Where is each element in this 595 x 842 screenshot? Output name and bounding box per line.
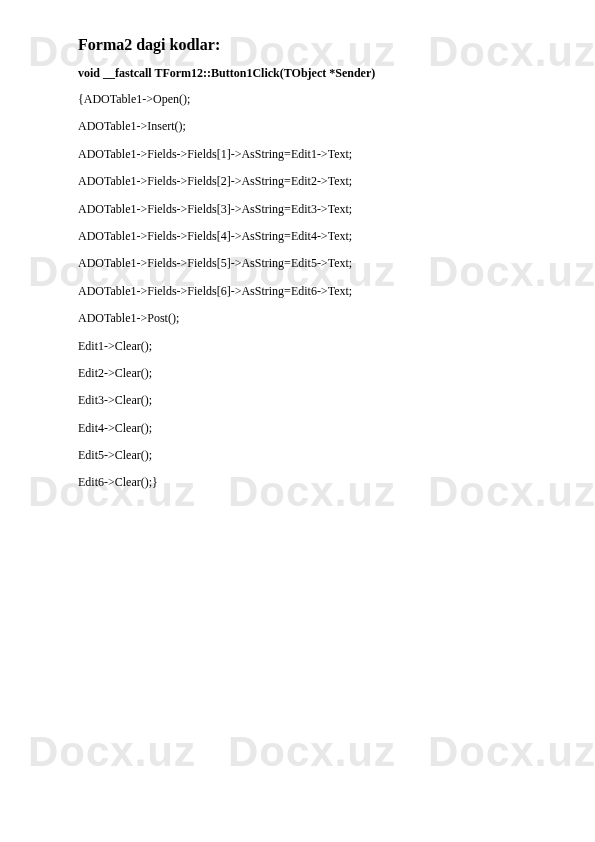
code-line: ADOTable1->Post(); [78, 310, 517, 327]
code-line: Edit4->Clear(); [78, 420, 517, 437]
watermark: Docx.uz [228, 728, 396, 776]
code-line: ADOTable1->Fields->Fields[5]->AsString=E… [78, 255, 517, 272]
watermark: Docx.uz [428, 728, 595, 776]
code-line: ADOTable1->Insert(); [78, 118, 517, 135]
code-line: ADOTable1->Fields->Fields[6]->AsString=E… [78, 283, 517, 300]
code-line: ADOTable1->Fields->Fields[4]->AsString=E… [78, 228, 517, 245]
code-line: ADOTable1->Fields->Fields[3]->AsString=E… [78, 201, 517, 218]
section-heading: Forma2 dagi kodlar: [78, 36, 517, 54]
code-line: ADOTable1->Fields->Fields[2]->AsString=E… [78, 173, 517, 190]
code-line: Edit5->Clear(); [78, 447, 517, 464]
code-line: Edit1->Clear(); [78, 338, 517, 355]
function-signature: void __fastcall TForm12::Button1Click(TO… [78, 66, 517, 81]
code-line: Edit2->Clear(); [78, 365, 517, 382]
code-line: Edit3->Clear(); [78, 392, 517, 409]
document-body: Forma2 dagi kodlar: void __fastcall TFor… [0, 0, 595, 492]
code-line: Edit6->Clear();} [78, 474, 517, 491]
watermark: Docx.uz [28, 728, 196, 776]
code-line: {ADOTable1->Open(); [78, 91, 517, 108]
code-line: ADOTable1->Fields->Fields[1]->AsString=E… [78, 146, 517, 163]
